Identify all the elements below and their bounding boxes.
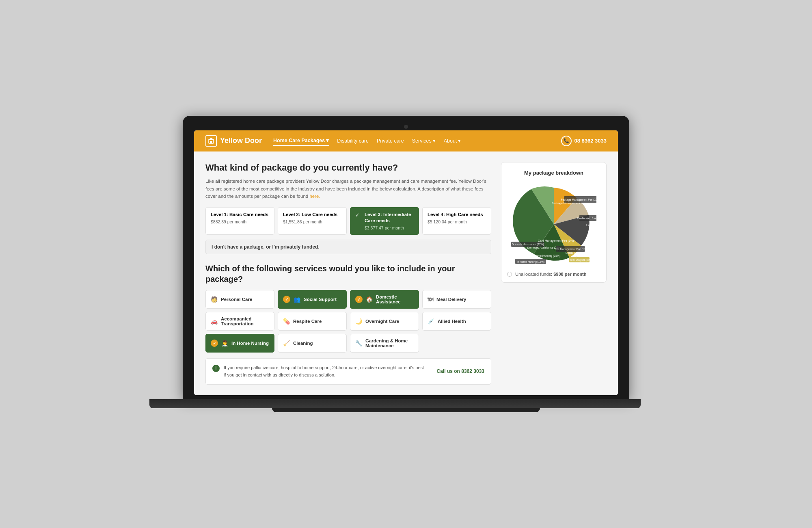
laptop-base	[149, 399, 641, 408]
here-link[interactable]: here.	[309, 194, 320, 199]
svg-text:Package Management Fee (10%): Package Management Fee (10%)	[561, 198, 596, 201]
services-section-title: Which of the following services would yo…	[205, 263, 491, 284]
logo-text: Yellow Door	[220, 136, 262, 145]
navigation: Yellow Door Home Care Packages ▾ Disabil…	[194, 130, 618, 151]
service-allied-health[interactable]: 💉 Allied Health	[422, 312, 491, 331]
svg-text:In Home Nursing (15%): In Home Nursing (15%)	[531, 254, 560, 258]
service-meal-delivery[interactable]: 🍽 Meal Delivery	[422, 290, 491, 309]
private-funded-bar[interactable]: I don't have a package, or I'm privately…	[205, 240, 491, 254]
svg-text:Social Support (8%): Social Support (8%)	[568, 258, 591, 262]
service-overnight-care[interactable]: 🌙 Overnight Care	[350, 312, 419, 331]
personal-care-icon: 🧑	[211, 296, 218, 303]
transportation-icon: 🚗	[211, 318, 218, 325]
main-content: What kind of package do you currently ha…	[194, 151, 618, 396]
laptop-screen: Yellow Door Home Care Packages ▾ Disabil…	[194, 130, 618, 396]
in-home-nursing-icon: 👩‍⚕️	[221, 340, 228, 346]
svg-text:Social Support (8%): Social Support (8%)	[566, 251, 591, 255]
chart-title: My package breakdown	[507, 170, 600, 176]
unallocated-row: Unallocated funds: $908 per month	[507, 272, 600, 277]
service-accompanied-transportation[interactable]: 🚗 Accompanied Transportation	[205, 312, 274, 331]
services-grid: 🧑 Personal Care ✓ 👥 Social Support ✓	[205, 290, 491, 353]
svg-rect-1	[210, 141, 212, 143]
nav-item-services[interactable]: Services ▾	[412, 136, 436, 145]
laptop-outer: Yellow Door Home Care Packages ▾ Disabil…	[183, 116, 629, 413]
nav-item-about[interactable]: About ▾	[444, 136, 461, 145]
package-4-title: Level 4: High Care needs	[428, 212, 486, 218]
service-social-support[interactable]: ✓ 👥 Social Support	[278, 290, 347, 309]
package-1-price: $882.39 per month	[211, 219, 269, 224]
package-3-title: Level 3: Intermediate Care needs	[365, 212, 414, 224]
left-column: What kind of package do you currently ha…	[205, 162, 491, 385]
meal-delivery-icon: 🍽	[428, 296, 433, 303]
logo-icon	[205, 135, 217, 147]
cleaning-icon: 🧹	[283, 340, 290, 346]
in-home-nursing-check-icon: ✓	[211, 340, 218, 347]
svg-text:Unallocated funds: Unallocated funds	[577, 217, 596, 220]
nav-phone[interactable]: 📞 08 8362 3033	[561, 136, 607, 146]
gardening-icon: 🔧	[355, 340, 362, 346]
unallocated-circle-icon	[507, 272, 512, 277]
package-2-price: $1,551.86 per month	[283, 219, 341, 224]
package-2-title: Level 2: Low Care needs	[283, 212, 341, 218]
package-level-3[interactable]: ✓ Level 3: Intermediate Care needs $3,37…	[350, 207, 419, 235]
info-call-link[interactable]: Call us on 8362 3033	[430, 368, 484, 375]
phone-icon: 📞	[561, 136, 572, 146]
domestic-assistance-icon: 🏠	[366, 296, 373, 303]
svg-text:Domestic Assistance (27%): Domestic Assistance (27%)	[512, 243, 544, 246]
package-level-2[interactable]: Level 2: Low Care needs $1,551.86 per mo…	[278, 207, 347, 235]
info-notice: i If you require palliative care, hospit…	[205, 358, 491, 385]
service-in-home-nursing[interactable]: ✓ 👩‍⚕️ In Home Nursing	[205, 334, 274, 353]
page-description: Like all registered home care package pr…	[205, 177, 491, 200]
laptop-camera	[404, 125, 408, 129]
page-title: What kind of package do you currently ha…	[205, 162, 491, 174]
nav-item-home-care[interactable]: Home Care Packages ▾	[273, 136, 329, 146]
nav-item-private[interactable]: Private care	[377, 136, 404, 145]
svg-text:Care Management Fee (1%): Care Management Fee (1%)	[554, 248, 587, 251]
svg-text:In Home Nursing (15%): In Home Nursing (15%)	[517, 260, 544, 264]
social-support-check-icon: ✓	[283, 296, 290, 303]
package-cards: Level 1: Basic Care needs $882.39 per mo…	[205, 207, 491, 235]
service-personal-care[interactable]: 🧑 Personal Care	[205, 290, 274, 309]
service-domestic-assistance[interactable]: ✓ 🏠 Domestic Assistance	[350, 290, 419, 309]
unallocated-label: Unallocated funds: $908 per month	[515, 272, 587, 277]
service-respite-care[interactable]: 💊 Respite Care	[278, 312, 347, 331]
laptop-foot	[272, 408, 540, 412]
info-icon: i	[212, 365, 220, 372]
package-level-1[interactable]: Level 1: Basic Care needs $882.39 per mo…	[205, 207, 274, 235]
package-4-price: $5,120.04 per month	[428, 219, 486, 224]
pie-chart: Package Management Fee (10%) Unallocated…	[507, 182, 600, 267]
chart-card: My package breakdown	[501, 162, 607, 283]
service-cleaning[interactable]: 🧹 Cleaning	[278, 334, 347, 353]
nav-items: Home Care Packages ▾ Disability care Pri…	[273, 136, 561, 146]
service-gardening[interactable]: 🔧 Gardening & Home Maintenance	[350, 334, 419, 353]
allied-health-icon: 💉	[428, 318, 434, 325]
laptop-bezel: Yellow Door Home Care Packages ▾ Disabil…	[183, 116, 629, 400]
svg-text:Unallocated funds: Unallocated funds	[586, 224, 596, 227]
social-support-icon: 👥	[294, 296, 300, 303]
overnight-care-icon: 🌙	[355, 318, 362, 325]
respite-care-icon: 💊	[283, 318, 290, 325]
domestic-assistance-check-icon: ✓	[355, 296, 363, 303]
logo[interactable]: Yellow Door	[205, 135, 262, 147]
package-level-4[interactable]: Level 4: High Care needs $5,120.04 per m…	[422, 207, 491, 235]
package-3-price: $3,377.47 per month	[365, 225, 414, 230]
right-column: My package breakdown	[501, 162, 607, 385]
package-1-title: Level 1: Basic Care needs	[211, 212, 269, 218]
package-3-check-icon: ✓	[355, 212, 360, 218]
nav-item-disability[interactable]: Disability care	[337, 136, 369, 145]
